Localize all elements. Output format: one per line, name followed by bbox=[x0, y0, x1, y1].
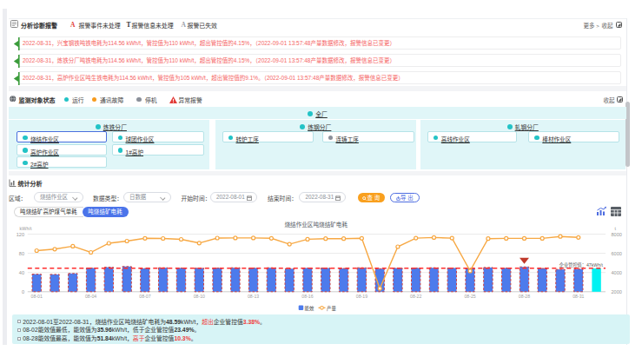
svg-text:产量: 产量 bbox=[327, 305, 336, 312]
svg-text:t: t bbox=[615, 226, 617, 231]
svg-text:08-31: 08-31 bbox=[573, 294, 584, 299]
svg-text:08-25: 08-25 bbox=[464, 294, 475, 299]
svg-text:08-01: 08-01 bbox=[31, 294, 43, 299]
svg-text:08-22: 08-22 bbox=[410, 294, 421, 299]
svg-text:08-16: 08-16 bbox=[301, 294, 313, 299]
svg-text:8000: 8000 bbox=[612, 232, 622, 237]
svg-text:08-04: 08-04 bbox=[85, 294, 96, 299]
svg-text:08-19: 08-19 bbox=[356, 294, 367, 299]
svg-text:0: 0 bbox=[22, 289, 24, 295]
svg-text:08-28: 08-28 bbox=[519, 294, 530, 299]
svg-text:能效: 能效 bbox=[305, 305, 314, 312]
svg-text:08-13: 08-13 bbox=[248, 294, 259, 299]
svg-text:kWh/t: kWh/t bbox=[20, 226, 32, 231]
svg-text:2000: 2000 bbox=[612, 289, 622, 295]
svg-text:08-10: 08-10 bbox=[194, 294, 205, 299]
svg-text:烧结作业区吨烧结矿电耗: 烧结作业区吨烧结矿电耗 bbox=[285, 221, 348, 228]
svg-text:6000: 6000 bbox=[612, 251, 622, 256]
svg-text:企业管控值：47kWh/t: 企业管控值：47kWh/t bbox=[559, 261, 604, 268]
svg-text:4000: 4000 bbox=[612, 270, 622, 275]
svg-text:80: 80 bbox=[19, 251, 24, 256]
svg-text:40: 40 bbox=[19, 270, 24, 275]
svg-text:120: 120 bbox=[17, 232, 24, 237]
svg-text:08-07: 08-07 bbox=[139, 294, 150, 299]
